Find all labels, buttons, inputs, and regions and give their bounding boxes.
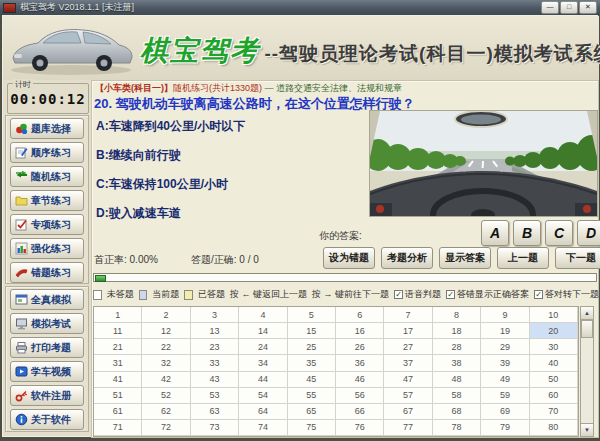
sidebar-item-driving-videos[interactable]: 学车视频 [10,361,84,382]
grid-cell[interactable]: 66 [336,404,384,420]
grid-cell[interactable]: 72 [142,420,190,436]
grid-cell[interactable]: 22 [142,339,190,355]
grid-cell[interactable]: 58 [433,388,481,404]
grid-cell[interactable]: 74 [239,420,287,436]
grid-cell[interactable]: 39 [481,355,529,371]
maximize-button[interactable]: □ [560,1,578,14]
grid-cell[interactable]: 1 [94,307,142,323]
grid-cell[interactable]: 53 [191,388,239,404]
grid-cell[interactable]: 71 [94,420,142,436]
grid-cell[interactable]: 3 [191,307,239,323]
sidebar-item-special-practice[interactable]: 专项练习 [10,214,84,235]
grid-cell[interactable]: 46 [336,372,384,388]
auto-next-on-correct-checkbox[interactable]: ✓ 答对转下一题 [534,288,599,301]
grid-cell[interactable]: 18 [433,323,481,339]
grid-cell[interactable]: 10 [530,307,578,323]
grid-cell[interactable]: 28 [433,339,481,355]
grid-cell[interactable]: 36 [336,355,384,371]
option-d[interactable]: D:驶入减速车道 [96,205,181,222]
option-a[interactable]: A:车速降到40公里/小时以下 [96,118,245,135]
prev-question-button[interactable]: 上一题 [497,247,549,269]
grid-cell[interactable]: 70 [530,404,578,420]
answer-button-c[interactable]: C [545,220,573,246]
grid-cell[interactable]: 30 [530,339,578,355]
grid-cell[interactable]: 57 [384,388,432,404]
grid-cell[interactable]: 68 [433,404,481,420]
grid-cell[interactable]: 69 [481,404,529,420]
grid-cell[interactable]: 52 [142,388,190,404]
minimize-button[interactable]: — [541,1,559,14]
grid-cell[interactable]: 64 [239,404,287,420]
show-answer-button[interactable]: 显示答案 [439,247,491,269]
grid-cell[interactable]: 15 [288,323,336,339]
grid-cell[interactable]: 20 [530,323,578,339]
grid-cell[interactable]: 7 [384,307,432,323]
option-b[interactable]: B:继续向前行驶 [96,147,181,164]
grid-cell[interactable]: 76 [336,420,384,436]
sidebar-item-intensive-practice[interactable]: 强化练习 [10,238,84,259]
grid-cell[interactable]: 16 [336,323,384,339]
grid-cell[interactable]: 13 [191,323,239,339]
grid-cell[interactable]: 47 [384,372,432,388]
grid-cell[interactable]: 59 [481,388,529,404]
grid-cell[interactable]: 79 [481,420,529,436]
close-button[interactable]: ✕ [579,1,597,14]
grid-cell[interactable]: 4 [239,307,287,323]
grid-cell[interactable]: 77 [384,420,432,436]
grid-cell[interactable]: 5 [288,307,336,323]
sidebar-item-question-bank[interactable]: 题库选择 [10,118,84,139]
grid-cell[interactable]: 67 [384,404,432,420]
grid-cell[interactable]: 45 [288,372,336,388]
grid-cell[interactable]: 23 [191,339,239,355]
option-c[interactable]: C:车速保持100公里/小时 [96,176,228,193]
grid-cell[interactable]: 63 [191,404,239,420]
grid-cell[interactable]: 6 [336,307,384,323]
grid-cell[interactable]: 24 [239,339,287,355]
sidebar-item-about-software[interactable]: 关于软件 [10,409,84,430]
grid-cell[interactable]: 8 [433,307,481,323]
grid-cell[interactable]: 19 [481,323,529,339]
grid-cell[interactable]: 21 [94,339,142,355]
grid-cell[interactable]: 49 [481,372,529,388]
grid-cell[interactable]: 65 [288,404,336,420]
sidebar-item-chapter-practice[interactable]: 章节练习 [10,190,84,211]
grid-cell[interactable]: 12 [142,323,190,339]
grid-cell[interactable]: 2 [142,307,190,323]
show-correct-on-wrong-checkbox[interactable]: ✓ 答错显示正确答案 [446,288,529,301]
grid-cell[interactable]: 31 [94,355,142,371]
grid-cell[interactable]: 40 [530,355,578,371]
grid-cell[interactable]: 44 [239,372,287,388]
grid-cell[interactable]: 38 [433,355,481,371]
grid-cell[interactable]: 51 [94,388,142,404]
grid-cell[interactable]: 73 [191,420,239,436]
grid-cell[interactable]: 80 [530,420,578,436]
grid-cell[interactable]: 37 [384,355,432,371]
grid-cell[interactable]: 56 [336,388,384,404]
grid-cell[interactable]: 62 [142,404,190,420]
sidebar-item-software-register[interactable]: 软件注册 [10,385,84,406]
sidebar-item-wrong-question-practice[interactable]: 错题练习 [10,262,84,283]
sidebar-item-full-simulation[interactable]: 全真模拟 [10,289,84,310]
grid-cell[interactable]: 34 [239,355,287,371]
progress-thumb[interactable] [95,275,106,282]
mark-wrong-button[interactable]: 设为错题 [323,247,375,269]
grid-cell[interactable]: 11 [94,323,142,339]
grid-cell[interactable]: 42 [142,372,190,388]
next-question-button[interactable]: 下一题 [555,247,600,269]
grid-cell[interactable]: 9 [481,307,529,323]
voice-judge-checkbox[interactable]: ✓ 语音判题 [394,288,441,301]
answer-button-d[interactable]: D [577,220,600,246]
answer-button-b[interactable]: B [513,220,541,246]
grid-scrollbar[interactable]: ▲ ▼ [580,306,594,437]
scrollbar-thumb[interactable] [581,320,593,338]
grid-cell[interactable]: 75 [288,420,336,436]
progress-bar[interactable] [93,273,597,282]
grid-cell[interactable]: 60 [530,388,578,404]
grid-cell[interactable]: 26 [336,339,384,355]
grid-cell[interactable]: 43 [191,372,239,388]
grid-cell[interactable]: 55 [288,388,336,404]
sidebar-item-print-questions[interactable]: 打印考题 [10,337,84,358]
grid-cell[interactable]: 17 [384,323,432,339]
grid-cell[interactable]: 41 [94,372,142,388]
sidebar-item-mock-exam[interactable]: 模拟考试 [10,313,84,334]
